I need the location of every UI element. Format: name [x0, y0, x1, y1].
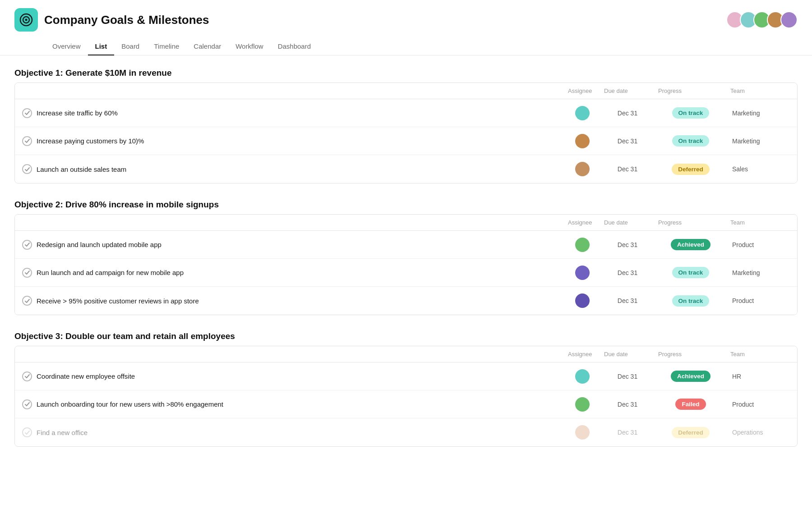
- tab-list[interactable]: List: [88, 39, 115, 55]
- team-cell: Marketing: [727, 106, 790, 120]
- table-row: Run launch and ad campaign for new mobil…: [15, 259, 797, 287]
- col-header-assignee: Assignee: [564, 83, 600, 99]
- task-name-cell: Redesign and launch updated mobile app: [22, 234, 564, 255]
- task-name: Coordinate new employee offsite: [37, 372, 135, 380]
- progress-cell: On track: [655, 292, 727, 310]
- status-badge: Achieved: [671, 371, 710, 382]
- main-content: Objective 1: Generate $10M in revenue As…: [0, 55, 812, 476]
- col-header-progress: Progress: [655, 215, 727, 230]
- col-header-due-date: Due date: [600, 346, 655, 362]
- task-name-cell: Increase site traffic by 60%: [22, 103, 564, 124]
- objective-1-table: Assignee Due date Progress Team Increase…: [14, 83, 798, 183]
- task-name-cell: Increase paying customers by 10)%: [22, 131, 564, 151]
- task-name: Launch an outside sales team: [37, 165, 126, 173]
- due-date-cell: Dec 31: [600, 238, 655, 252]
- task-name: Run launch and ad campaign for new mobil…: [37, 269, 184, 276]
- table-row: Redesign and launch updated mobile app D…: [15, 231, 797, 259]
- nav-tabs: Overview List Board Timeline Calendar Wo…: [0, 34, 812, 55]
- status-badge: On track: [672, 135, 710, 147]
- col-header-task: [22, 83, 564, 99]
- task-name-cell: Launch an outside sales team: [22, 159, 564, 179]
- tab-workflow[interactable]: Workflow: [228, 39, 270, 55]
- status-badge: Achieved: [671, 239, 710, 250]
- avatar: [575, 238, 590, 252]
- progress-cell: On track: [655, 263, 727, 282]
- col-header-assignee: Assignee: [564, 346, 600, 362]
- task-name-cell: Receive > 95% positive customer reviews …: [22, 290, 564, 311]
- due-date-cell: Dec 31: [600, 162, 655, 176]
- tab-overview[interactable]: Overview: [45, 39, 88, 55]
- due-date-cell: Dec 31: [600, 106, 655, 120]
- avatar: [575, 134, 590, 148]
- due-date-cell: Dec 31: [600, 425, 655, 440]
- table-row: Launch onboarding tour for new users wit…: [15, 390, 797, 418]
- assignee-cell: [564, 290, 600, 312]
- assignee-cell: [564, 158, 600, 180]
- tab-dashboard[interactable]: Dashboard: [271, 39, 318, 55]
- avatar: [575, 106, 590, 120]
- task-name: Receive > 95% positive customer reviews …: [37, 297, 199, 305]
- check-icon: [22, 164, 32, 174]
- avatar: [575, 162, 590, 176]
- due-date-cell: Dec 31: [600, 369, 655, 384]
- task-name: Find a new office: [37, 429, 88, 436]
- team-cell: Operations: [727, 425, 790, 440]
- avatar: [780, 11, 798, 28]
- check-icon: [22, 371, 32, 381]
- task-name-cell: Launch onboarding tour for new users wit…: [22, 394, 564, 415]
- task-name: Increase site traffic by 60%: [37, 109, 118, 117]
- status-badge: Deferred: [672, 164, 710, 175]
- table-header: Assignee Due date Progress Team: [15, 215, 797, 231]
- due-date-cell: Dec 31: [600, 134, 655, 148]
- task-name: Increase paying customers by 10)%: [37, 137, 144, 145]
- task-name: Launch onboarding tour for new users wit…: [37, 400, 223, 408]
- team-cell: Marketing: [727, 266, 790, 280]
- avatar: [575, 397, 590, 412]
- status-badge: On track: [672, 107, 710, 119]
- check-icon: [22, 136, 32, 146]
- svg-point-2: [25, 19, 28, 21]
- team-cell: Marketing: [727, 134, 790, 148]
- objective-1-title: Objective 1: Generate $10M in revenue: [14, 68, 798, 78]
- tab-calendar[interactable]: Calendar: [186, 39, 228, 55]
- objective-section-2: Objective 2: Drive 80% increase in mobil…: [14, 200, 798, 315]
- team-cell: Product: [727, 238, 790, 252]
- due-date-cell: Dec 31: [600, 293, 655, 308]
- col-header-task: [22, 346, 564, 362]
- team-cell: Product: [727, 293, 790, 308]
- col-header-assignee: Assignee: [564, 215, 600, 230]
- tab-board[interactable]: Board: [114, 39, 147, 55]
- tab-timeline[interactable]: Timeline: [147, 39, 186, 55]
- check-icon: [22, 427, 32, 437]
- header: Company Goals & Milestones: [0, 0, 812, 32]
- progress-cell: Achieved: [655, 367, 727, 385]
- progress-cell: Failed: [655, 395, 727, 413]
- avatar: [575, 425, 590, 440]
- check-icon: [22, 108, 32, 118]
- status-badge: Deferred: [672, 427, 710, 438]
- assignee-cell: [564, 394, 600, 415]
- header-left: Company Goals & Milestones: [14, 8, 209, 32]
- task-name-cell: Find a new office: [22, 422, 564, 443]
- team-cell: HR: [727, 369, 790, 384]
- app-icon: [14, 8, 38, 32]
- assignee-cell: [564, 130, 600, 152]
- progress-cell: On track: [655, 132, 727, 150]
- table-row: Receive > 95% positive customer reviews …: [15, 287, 797, 315]
- due-date-cell: Dec 31: [600, 397, 655, 412]
- team-cell: Sales: [727, 162, 790, 176]
- task-name-cell: Run launch and ad campaign for new mobil…: [22, 262, 564, 283]
- status-badge: Failed: [675, 399, 706, 410]
- assignee-cell: [564, 262, 600, 284]
- check-icon: [22, 296, 32, 306]
- objective-2-table: Assignee Due date Progress Team Redesign…: [14, 214, 798, 315]
- table-row: Launch an outside sales team Dec 31 Defe…: [15, 155, 797, 183]
- progress-cell: On track: [655, 104, 727, 122]
- col-header-team: Team: [727, 83, 790, 99]
- table-row: Increase paying customers by 10)% Dec 31…: [15, 127, 797, 155]
- col-header-progress: Progress: [655, 346, 727, 362]
- col-header-progress: Progress: [655, 83, 727, 99]
- check-icon: [22, 240, 32, 250]
- avatar: [575, 369, 590, 384]
- col-header-task: [22, 215, 564, 230]
